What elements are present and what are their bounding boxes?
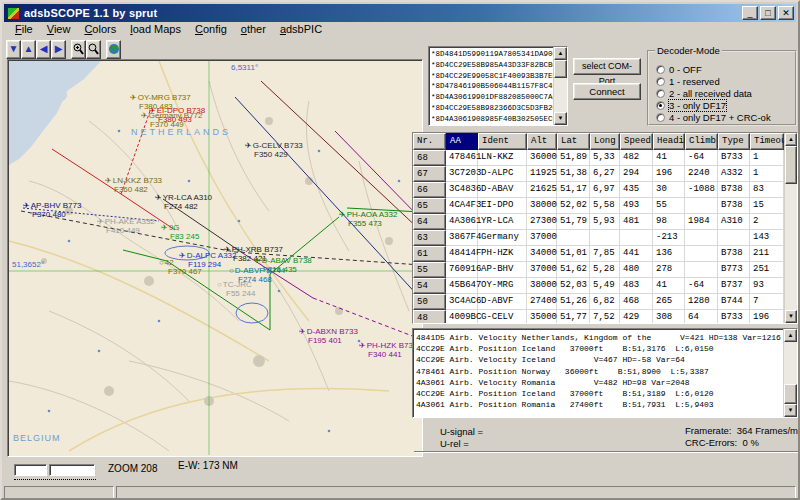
pan-up-button[interactable]: ▲ [21, 40, 36, 59]
world-button[interactable] [106, 40, 121, 59]
zoom-out-icon [88, 43, 99, 56]
table-row[interactable]: 663C4836D-ABAV2162551,176,9743530-1088B7… [413, 182, 784, 198]
column-header-climb[interactable]: Climb [685, 133, 718, 150]
cell [590, 230, 620, 246]
scrollbar-thumb[interactable] [785, 146, 797, 184]
scrollbar-track[interactable] [554, 60, 567, 112]
raw-frames-scrollbar[interactable]: ▲ ▼ [553, 47, 567, 125]
decoder-option-1[interactable]: 1 - reserved [656, 76, 720, 87]
table-row[interactable]: 503C4AC6D-ABVF2740051,266,824682651280B7… [413, 294, 784, 310]
cell: 52,02 [557, 198, 590, 214]
menu-view[interactable]: View [40, 22, 78, 37]
table-row[interactable]: 484009BCG-CELV3500051,777,5242930864B733… [413, 310, 784, 324]
table-row[interactable]: 6148414FPH-HZK3400051,017,85441136B73821… [413, 246, 784, 262]
pan-down-button[interactable]: ▼ [6, 40, 21, 59]
scroll-down-icon[interactable]: ▼ [784, 404, 797, 417]
table-row[interactable]: 633867F4Germany37000-213143 [413, 230, 784, 246]
scroll-up-icon[interactable]: ▲ [785, 133, 797, 146]
column-header-heading[interactable]: Heading [653, 133, 685, 150]
menu-other[interactable]: other [234, 22, 273, 37]
zoom-in-button[interactable] [71, 40, 86, 59]
column-header-alt[interactable]: Alt [527, 133, 557, 150]
cell: 435 [620, 182, 653, 198]
cell: 1984 [685, 214, 718, 230]
column-header-lat[interactable]: Lat [557, 133, 590, 150]
column-header-timeout[interactable]: Timeout [750, 133, 784, 150]
decoder-option-4[interactable]: 4 - only DF17 + CRC-ok [656, 112, 771, 123]
menu-load-maps[interactable]: load Maps [123, 22, 188, 37]
column-header-speed[interactable]: Speed [620, 133, 653, 150]
decoder-option-0[interactable]: 0 - OFF [656, 64, 702, 75]
radio-icon [656, 113, 665, 122]
crc-errors-label: CRC-Errors: 0 % [685, 437, 759, 448]
row-number-cell: 65 [413, 198, 446, 214]
close-icon[interactable]: ✕ [778, 6, 794, 20]
aircraft-flight-data: F350 429 [254, 151, 303, 160]
menu-file[interactable]: File [8, 22, 40, 37]
zoom-slider-left[interactable] [14, 464, 47, 476]
connect-button[interactable]: Connect [573, 83, 641, 100]
scrollbar-thumb[interactable] [784, 384, 797, 404]
column-header-aa[interactable]: AA [446, 133, 478, 150]
cell [685, 198, 718, 214]
table-row[interactable]: 654CA4F3EI-DPO3800052,025,5849355B73815 [413, 198, 784, 214]
table-scrollbar[interactable]: ▲ ▼ [784, 133, 797, 323]
aircraft-flight-data: F370 449 [150, 121, 203, 130]
row-number-cell: 66 [413, 182, 446, 198]
plane-icon: ✈ [105, 176, 112, 185]
scroll-up-icon[interactable]: ▲ [784, 329, 797, 342]
table-row[interactable]: 55760916AP-BHV3700051,625,28480278B77325… [413, 262, 784, 278]
column-header-long[interactable]: Long [590, 133, 620, 150]
column-header-ident[interactable]: Ident [478, 133, 527, 150]
scrollbar-thumb[interactable] [554, 60, 567, 78]
select-com-port-button[interactable]: select COM-Port [573, 58, 641, 75]
scroll-down-icon[interactable]: ▼ [785, 310, 797, 323]
cell: B733 [718, 150, 750, 166]
cell: 55 [653, 198, 685, 214]
table-row[interactable]: 68478461LN-KKZ3600051,895,3348241-64B733… [413, 150, 784, 166]
decoder-option-3[interactable]: 3 - only DF17 [656, 100, 726, 111]
decoder-option-2[interactable]: 2 - all received data [656, 88, 752, 99]
aircraft-ident: PH-XRB B737 [232, 245, 283, 254]
cell: B738 [718, 198, 750, 214]
zoom-out-button[interactable] [86, 40, 101, 59]
menu-config[interactable]: Config [188, 22, 234, 37]
radio-icon [656, 89, 665, 98]
aircraft-table: Nr.AAIdentAltLatLongSpeedHeadingClimbTyp… [412, 132, 798, 324]
pan-left-button[interactable]: ◀ [36, 40, 51, 59]
zoom-slider-right[interactable] [49, 464, 95, 476]
table-row[interactable]: 673C7203D-ALPC1192551,386,272941962240A3… [413, 166, 784, 182]
aircraft-label-9g: ✈9GF83 245 [161, 224, 199, 241]
table-row[interactable]: 5445B647OY-MRG3800052,035,4948341-64B737… [413, 278, 784, 294]
decoded-scrollbar[interactable]: ▲ ▼ [783, 329, 797, 417]
column-header-type[interactable]: Type [718, 133, 750, 150]
scrollbar-track[interactable] [785, 146, 797, 310]
scroll-down-icon[interactable]: ▼ [554, 112, 567, 125]
cell: G-CELV [478, 310, 527, 324]
cell: LN-KKZ [478, 150, 527, 166]
scrollbar-track[interactable] [784, 342, 797, 404]
raw-frames-box[interactable]: *8D4841D5990119A7805341DA9063; *8D4CC29E… [428, 46, 568, 126]
decoded-messages-box[interactable]: 4841D5 Airb. Velocity Netherlands, Kingd… [412, 328, 798, 418]
raw-frames-text: *8D4841D5990119A7805341DA9063; *8D4CC29E… [429, 47, 553, 125]
map-canvas[interactable]: NETHERLANDSBELGIUM6,5311°51,3652°✈OY-MRG… [9, 61, 421, 455]
maximize-icon[interactable]: □ [760, 6, 776, 20]
menu-colors[interactable]: Colors [77, 22, 123, 37]
menu-adsbpic[interactable]: adsbPIC [273, 22, 329, 37]
decoder-option-label: 0 - OFF [669, 64, 702, 75]
pan-right-button[interactable]: ▶ [51, 40, 66, 59]
cell: 83 [750, 182, 784, 198]
aircraft-ident: PH-HZK B738 [367, 341, 418, 350]
plane-icon: ✈ [130, 93, 137, 102]
scroll-up-icon[interactable]: ▲ [554, 47, 567, 60]
cell: B773 [718, 262, 750, 278]
cell: A310 [718, 214, 750, 230]
pan-right-icon: ▶ [55, 44, 63, 54]
cell: 278 [653, 262, 685, 278]
table-row[interactable]: 644A3061YR-LCA2730051,795,93481981984A31… [413, 214, 784, 230]
decoder-option-label: 1 - reserved [669, 76, 720, 87]
minimize-icon[interactable]: _ [742, 6, 758, 20]
column-header-nr[interactable]: Nr. [413, 133, 446, 150]
plane-icon: ✈ [254, 256, 261, 265]
aircraft-flight-data: F55 244 [226, 290, 255, 299]
